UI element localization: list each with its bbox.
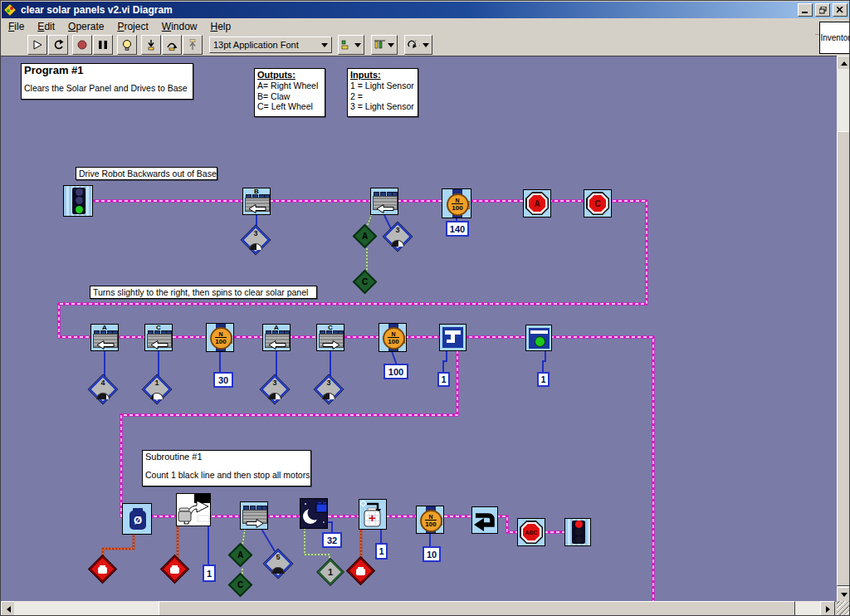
reorder-dropdown[interactable] [404,35,432,55]
close-button[interactable] [833,3,848,17]
chevron-down-icon [423,43,429,47]
node-power-diamond-4[interactable]: 4 [89,375,117,403]
wait-for-darker-icon [300,499,327,528]
node-red-diamond[interactable] [347,557,375,585]
node-power-diamond-3[interactable]: 3 [315,375,343,403]
node-power-diamond-1[interactable]: 1 [143,375,171,403]
step-into-icon[interactable] [141,35,161,55]
node-clock[interactable]: N100 [206,323,234,352]
node-wait-dark[interactable] [439,324,467,351]
app-icon [3,3,17,17]
run-icon[interactable] [27,35,47,55]
node-green-diamond-a[interactable]: A [228,543,253,568]
node-green-diamond-c[interactable]: C [228,573,253,598]
outputs-note-line: B= Claw [257,91,322,102]
numeric-constant-1[interactable]: 1 [203,565,216,582]
vscroll-thumb[interactable] [837,131,850,586]
node-power-diamond-3[interactable]: 3 [242,226,270,254]
power-level-value: 1 [154,379,159,387]
wire-data[interactable] [261,529,275,551]
block-diagram-canvas[interactable]: B N100 A CA C N100A C N100 [1,56,838,602]
hscroll-thumb[interactable] [159,601,795,616]
wire-container[interactable] [103,534,134,558]
align-objects-dropdown[interactable] [338,35,364,55]
abort-icon[interactable] [72,35,92,55]
node-stop-c[interactable]: C [584,189,612,218]
node-moon[interactable] [300,498,328,529]
node-motor-a[interactable]: A [90,324,119,351]
wait-for-dark-icon [442,327,463,348]
menu-window[interactable]: Window [155,20,204,33]
outputs-note[interactable]: Outputs:A= Right WheelB= ClawC= Left Whe… [254,68,325,117]
node-red-diamond[interactable] [89,555,117,584]
node-motor-a[interactable]: A [262,324,291,351]
node-stop-abc[interactable]: ABC [517,518,545,546]
node-traffic-begin[interactable] [63,185,93,217]
numeric-constant-32[interactable]: 32 [322,532,342,548]
node-motor[interactable] [370,188,398,215]
run-continuous-icon[interactable] [48,35,68,55]
title-bar[interactable]: clear solar panels v2.vi Diagram [2,2,849,18]
palette-inventor-button[interactable]: Inventor [819,22,850,54]
row2-note[interactable]: Turns slightly to the right, then spins … [90,286,317,299]
step-out-icon[interactable] [183,35,203,55]
subroutine-note[interactable]: Subroutine #1Count 1 black line and then… [142,450,311,486]
node-power-diamond-3[interactable]: 3 [383,222,412,251]
node-motor[interactable] [240,501,268,530]
node-motor-b[interactable]: B [242,188,271,215]
node-clock[interactable]: N100 [379,323,407,352]
menu-project[interactable]: Project [110,20,154,33]
highlight-execution-icon[interactable] [117,35,137,55]
chevron-down-icon [354,43,361,47]
node-sensor-diamond-1[interactable]: 1 [317,559,344,585]
inputs-note[interactable]: Inputs:1 = Light Sensor2 =3 = Light Sens… [347,68,418,117]
program-note[interactable]: Program #1Clears the Solar Panel and Dri… [21,63,193,100]
numeric-constant-140[interactable]: 140 [446,221,469,237]
minimize-button[interactable] [798,3,813,17]
arrow-right-icon [826,606,830,613]
numeric-constant-100[interactable]: 100 [383,364,408,379]
node-power-diamond-3[interactable]: 3 [261,375,289,403]
resize-grip[interactable] [837,601,850,615]
node-container-fork[interactable] [176,493,211,526]
row1-note[interactable]: Drive Robot Backwards out of Base [76,167,217,180]
node-clock[interactable]: N100 [416,506,444,534]
power-gauge-icon [96,393,110,399]
traffic-light-icon [572,521,585,544]
hscroll-right-button[interactable] [820,601,835,616]
node-red-diamond[interactable] [161,555,189,584]
wire-data[interactable] [543,350,545,374]
node-motor-c[interactable]: C [316,324,344,351]
distribute-objects-dropdown[interactable] [371,35,398,55]
node-add-container[interactable]: + [359,499,387,530]
node-zero-container[interactable]: Ø [122,503,152,535]
font-selector[interactable]: 13pt Application Font [209,37,332,53]
node-motor-c[interactable]: C [144,324,173,351]
node-stop-a[interactable]: A [523,189,551,218]
node-traffic-end[interactable] [564,518,591,546]
pause-icon[interactable] [93,35,113,55]
wire-data[interactable] [443,350,447,374]
node-green-diamond-c[interactable]: C [353,270,378,295]
numeric-constant-1[interactable]: 1 [537,372,550,387]
node-jump[interactable] [471,506,498,534]
clock-face: N100 [383,327,405,350]
restore-button[interactable] [815,3,830,17]
menu-edit[interactable]: Edit [31,20,61,33]
node-power-diamond-5[interactable]: 5 [264,550,292,578]
step-over-icon[interactable] [162,35,182,55]
numeric-constant-30[interactable]: 30 [213,372,233,388]
vscroll-down-button[interactable] [837,587,850,602]
node-green-diamond-a[interactable]: A [353,224,378,249]
numeric-constant-1[interactable]: 1 [437,372,450,387]
menu-operate[interactable]: Operate [61,20,110,33]
menu-file[interactable]: File [2,20,31,33]
power-level-value: 4 [100,379,105,387]
motor-direction-arrow-icon [246,519,264,528]
numeric-constant-1[interactable]: 1 [375,543,388,560]
menu-help[interactable]: Help [203,20,237,33]
power-level-value: 3 [395,227,399,234]
node-clock[interactable]: N100 [442,188,471,218]
node-wait-light[interactable] [525,325,552,351]
numeric-constant-10[interactable]: 10 [423,546,441,562]
